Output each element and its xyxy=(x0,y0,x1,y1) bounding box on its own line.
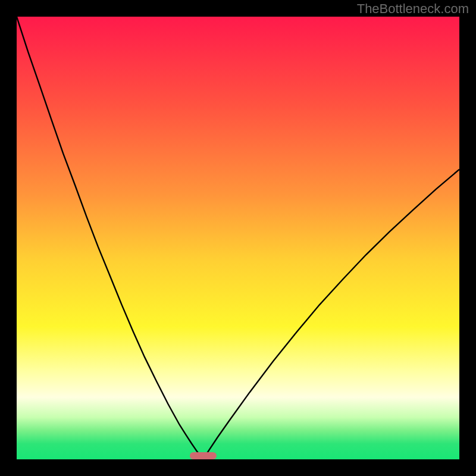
curves-svg xyxy=(17,17,459,459)
curve-left-curve xyxy=(17,17,203,459)
bottleneck-marker xyxy=(190,452,217,459)
plot-area xyxy=(17,17,459,459)
chart-container: TheBottleneck.com xyxy=(0,0,476,476)
watermark-text: TheBottleneck.com xyxy=(357,1,469,17)
curve-right-curve xyxy=(203,170,459,459)
